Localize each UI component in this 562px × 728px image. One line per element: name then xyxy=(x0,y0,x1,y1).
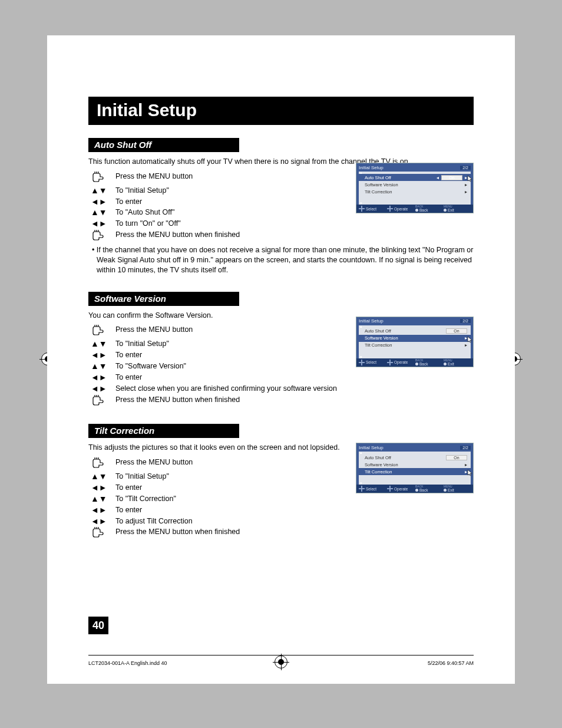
osd-hint-operate: Operate xyxy=(387,206,414,212)
step-row: ◄►To enter xyxy=(88,505,474,515)
registration-mark-icon xyxy=(275,655,287,668)
osd-menu-item: Software Version▸ xyxy=(365,461,467,468)
osd-footer: SelectOperateBACKBackMENUExit xyxy=(356,485,473,493)
osd-screenshot: Initial Setup2/2▴Auto Shut OffOnSoftware… xyxy=(356,317,474,367)
osd-hint-operate: Operate xyxy=(387,360,414,365)
manual-page: Initial Setup Auto Shut Off This functio… xyxy=(47,35,515,684)
osd-item-label: Auto Shut Off xyxy=(365,455,446,460)
osd-menu-item: Auto Shut OffOn xyxy=(365,328,467,335)
cursor-icon xyxy=(467,336,473,343)
section-heading: Auto Shut Off xyxy=(88,138,239,152)
osd-screenshot: Initial Setup2/2▴Auto Shut Off◂On▸Softwa… xyxy=(356,163,474,213)
footer-file: LCT2034-001A-A English.indd 40 xyxy=(88,660,167,666)
hand-press-icon xyxy=(91,527,105,538)
osd-page-indicator: 2/2 xyxy=(460,166,471,170)
scroll-down-icon: ▾ xyxy=(360,481,362,486)
osd-value: On xyxy=(446,328,467,334)
dpad-icon xyxy=(387,486,393,492)
step-text: To "Tilt Correction" xyxy=(115,494,474,504)
osd-body: ▴Auto Shut OffOnSoftware Version▸Tilt Co… xyxy=(356,325,473,358)
osd-body: ▴Auto Shut OffOnSoftware Version▸Tilt Co… xyxy=(356,452,473,485)
step-text: To adjust Tilt Correction xyxy=(115,516,474,526)
osd-item-label: Software Version xyxy=(365,462,462,467)
osd-title: Initial Setup xyxy=(359,445,384,450)
osd-footer: SelectOperateBACKBackMENUExit xyxy=(356,205,473,213)
section-heading: Tilt Correction xyxy=(88,424,239,438)
up-down-arrows-icon: ▲▼ xyxy=(91,494,107,503)
section-tilt-correction: Tilt Correction This adjusts the picture… xyxy=(88,424,474,540)
osd-item-label: Software Version xyxy=(365,335,462,341)
step-text: Press the MENU button when finished xyxy=(115,527,474,537)
step-row: ◄►To turn "On" or "Off" xyxy=(88,219,474,229)
page-title: Initial Setup xyxy=(88,97,474,125)
section-note: • If the channel that you have on does n… xyxy=(88,245,474,275)
dpad-icon xyxy=(359,206,365,212)
dpad-icon xyxy=(359,486,365,492)
osd-page-indicator: 2/2 xyxy=(460,446,471,450)
hand-press-icon xyxy=(91,457,105,468)
osd-item-label: Tilt Correction xyxy=(365,189,462,195)
osd-screenshot: Initial Setup2/2▴Auto Shut OffOnSoftware… xyxy=(356,443,474,493)
left-right-arrows-icon: ◄► xyxy=(91,350,107,360)
hand-press-icon xyxy=(91,172,105,182)
scroll-up-icon: ▴ xyxy=(360,170,362,175)
osd-menu-item: Auto Shut OffOn xyxy=(365,454,467,461)
scroll-up-icon: ▴ xyxy=(360,450,362,455)
osd-title: Initial Setup xyxy=(359,318,384,324)
left-right-arrows-icon: ◄► xyxy=(91,516,107,526)
osd-hint-back: BACKBack xyxy=(415,485,442,492)
osd-hint-exit: MENUExit xyxy=(444,359,471,366)
dpad-icon xyxy=(359,360,365,365)
osd-hint-select: Select xyxy=(359,206,386,212)
osd-hint-select: Select xyxy=(359,360,386,365)
up-down-arrows-icon: ▲▼ xyxy=(91,339,107,348)
osd-body: ▴Auto Shut Off◂On▸Software Version▸Tilt … xyxy=(356,172,473,205)
page-number: 40 xyxy=(88,617,108,634)
section-software-version: Software Version You can confirm the Sof… xyxy=(88,292,474,408)
osd-hint-exit: MENUExit xyxy=(444,485,471,492)
osd-header: Initial Setup2/2 xyxy=(356,163,473,172)
osd-menu-item: Auto Shut Off◂On▸ xyxy=(359,174,471,181)
hand-press-icon xyxy=(91,230,105,241)
osd-item-label: Tilt Correction xyxy=(365,469,462,475)
section-auto-shut-off: Auto Shut Off This function automaticall… xyxy=(88,138,474,275)
step-row: ▲▼To "Tilt Correction" xyxy=(88,494,474,504)
osd-item-label: Auto Shut Off xyxy=(365,175,437,180)
osd-header: Initial Setup2/2 xyxy=(356,443,473,452)
osd-hint-exit: MENUExit xyxy=(444,205,471,212)
scroll-down-icon: ▾ xyxy=(360,355,362,360)
osd-menu-item: Tilt Correction▸ xyxy=(359,468,471,475)
osd-hint-back: BACKBack xyxy=(415,359,442,366)
left-right-arrows-icon: ◄► xyxy=(91,505,107,515)
cursor-icon xyxy=(467,469,473,476)
osd-item-label: Tilt Correction xyxy=(365,342,462,348)
up-down-arrows-icon: ▲▼ xyxy=(91,207,107,217)
osd-item-label: Auto Shut Off xyxy=(365,328,446,334)
osd-hint-back: BACKBack xyxy=(415,205,442,212)
step-text: Press the MENU button when finished xyxy=(115,230,474,240)
dpad-icon xyxy=(387,206,393,212)
step-row: Press the MENU button when finished xyxy=(88,230,474,243)
dpad-icon xyxy=(387,360,393,365)
step-row: Press the MENU button when finished xyxy=(88,395,474,408)
up-down-arrows-icon: ▲▼ xyxy=(91,361,107,371)
left-right-arrows-icon: ◄► xyxy=(91,483,107,492)
section-heading: Software Version xyxy=(88,292,239,306)
osd-menu-item: Tilt Correction▸ xyxy=(365,188,467,195)
osd-header: Initial Setup2/2 xyxy=(356,317,473,325)
osd-menu-item: Software Version▸ xyxy=(365,181,467,188)
step-text: To enter xyxy=(115,505,474,515)
scroll-down-icon: ▾ xyxy=(360,201,362,206)
step-row: ◄►To enter xyxy=(88,373,474,383)
osd-menu-item: Software Version▸ xyxy=(359,335,471,342)
cursor-icon xyxy=(467,175,473,182)
scroll-up-icon: ▴ xyxy=(360,324,362,329)
osd-value: On xyxy=(446,455,467,460)
osd-menu-item: Tilt Correction▸ xyxy=(365,342,467,349)
step-row: ◄►Select close when you are finished con… xyxy=(88,384,474,394)
up-down-arrows-icon: ▲▼ xyxy=(91,186,107,195)
left-right-arrows-icon: ◄► xyxy=(91,197,107,206)
step-text: To enter xyxy=(115,373,474,383)
step-row: ◄►To adjust Tilt Correction xyxy=(88,516,474,526)
step-row: Press the MENU button when finished xyxy=(88,527,474,540)
